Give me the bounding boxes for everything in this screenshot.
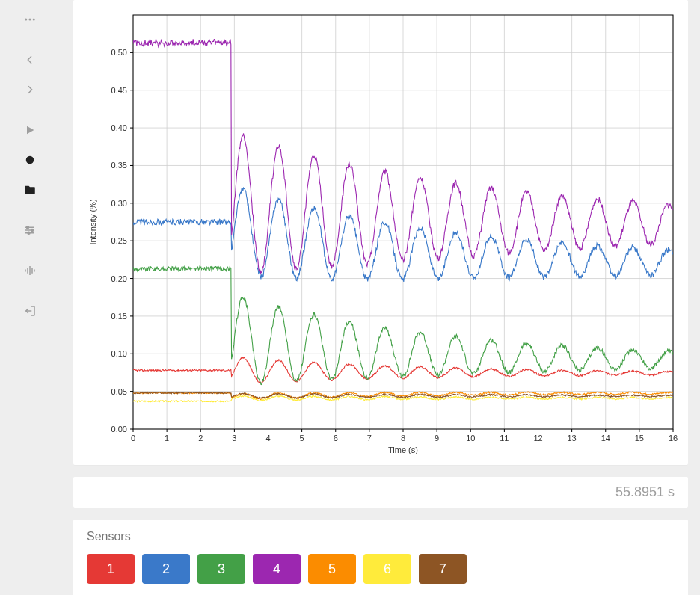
svg-text:8: 8 <box>401 434 405 443</box>
sensor-button-4[interactable]: 4 <box>253 554 301 584</box>
sensor-button-1[interactable]: 1 <box>87 554 135 584</box>
svg-text:13: 13 <box>568 434 577 443</box>
sensor-button-6[interactable]: 6 <box>363 554 411 584</box>
main-panel: 0123456789101112131415160.000.050.100.15… <box>60 0 700 595</box>
sensor-button-2[interactable]: 2 <box>142 554 190 584</box>
chevron-left-icon[interactable] <box>12 46 48 73</box>
svg-text:0.00: 0.00 <box>111 425 127 434</box>
svg-text:0.50: 0.50 <box>111 48 127 57</box>
dots-icon[interactable] <box>12 6 48 33</box>
svg-rect-11 <box>25 270 26 272</box>
svg-point-10 <box>28 232 30 234</box>
svg-text:11: 11 <box>500 434 509 443</box>
svg-point-0 <box>25 19 27 21</box>
svg-text:6: 6 <box>334 434 338 443</box>
svg-text:5: 5 <box>300 434 304 443</box>
exit-icon[interactable] <box>12 298 48 324</box>
svg-text:Intensity (%): Intensity (%) <box>88 199 97 244</box>
svg-point-1 <box>29 19 31 21</box>
svg-rect-14 <box>31 268 33 274</box>
svg-text:9: 9 <box>435 434 439 443</box>
svg-text:0.30: 0.30 <box>111 199 127 208</box>
svg-text:0: 0 <box>131 434 135 443</box>
chevron-right-icon[interactable] <box>12 76 48 103</box>
sensors-card: Sensors 1234567 <box>73 520 688 595</box>
svg-text:1: 1 <box>165 434 169 443</box>
wave-icon[interactable] <box>12 257 48 284</box>
svg-marker-3 <box>27 126 34 135</box>
svg-rect-13 <box>29 266 31 275</box>
sensor-button-7[interactable]: 7 <box>419 554 467 584</box>
sliders-icon[interactable] <box>12 217 48 244</box>
time-card: 55.8951 s <box>73 477 688 508</box>
sensor-row: 1234567 <box>87 554 675 584</box>
svg-text:7: 7 <box>367 434 372 443</box>
svg-text:0.35: 0.35 <box>111 161 127 170</box>
svg-point-4 <box>26 156 34 164</box>
svg-text:0.20: 0.20 <box>111 274 127 283</box>
svg-point-9 <box>31 229 34 232</box>
svg-text:12: 12 <box>533 434 542 443</box>
svg-text:3: 3 <box>232 434 236 443</box>
intensity-chart[interactable]: 0123456789101112131415160.000.050.100.15… <box>82 10 679 456</box>
svg-text:0.40: 0.40 <box>111 123 127 132</box>
play-icon[interactable] <box>12 117 48 144</box>
svg-text:4: 4 <box>265 434 270 443</box>
sidebar <box>0 0 60 595</box>
elapsed-time: 55.8951 s <box>615 484 675 499</box>
svg-text:0.15: 0.15 <box>111 312 127 321</box>
svg-text:2: 2 <box>198 434 203 443</box>
svg-point-2 <box>33 19 35 21</box>
svg-text:0.10: 0.10 <box>111 349 127 358</box>
svg-text:10: 10 <box>466 434 475 443</box>
svg-rect-12 <box>27 268 28 274</box>
chart-card: 0123456789101112131415160.000.050.100.15… <box>73 0 688 465</box>
svg-text:0.45: 0.45 <box>111 86 127 95</box>
record-icon[interactable] <box>12 147 48 173</box>
svg-text:0.25: 0.25 <box>111 236 127 245</box>
sensor-button-5[interactable]: 5 <box>308 554 356 584</box>
svg-text:15: 15 <box>635 434 644 443</box>
sensor-button-3[interactable]: 3 <box>197 554 245 584</box>
svg-text:0.05: 0.05 <box>111 387 127 396</box>
folder-icon[interactable] <box>12 176 48 203</box>
svg-point-8 <box>27 226 29 229</box>
svg-text:16: 16 <box>669 434 678 443</box>
sensors-title: Sensors <box>87 530 675 543</box>
svg-text:14: 14 <box>601 434 610 443</box>
svg-text:Time (s): Time (s) <box>388 446 418 454</box>
svg-rect-15 <box>34 270 35 272</box>
